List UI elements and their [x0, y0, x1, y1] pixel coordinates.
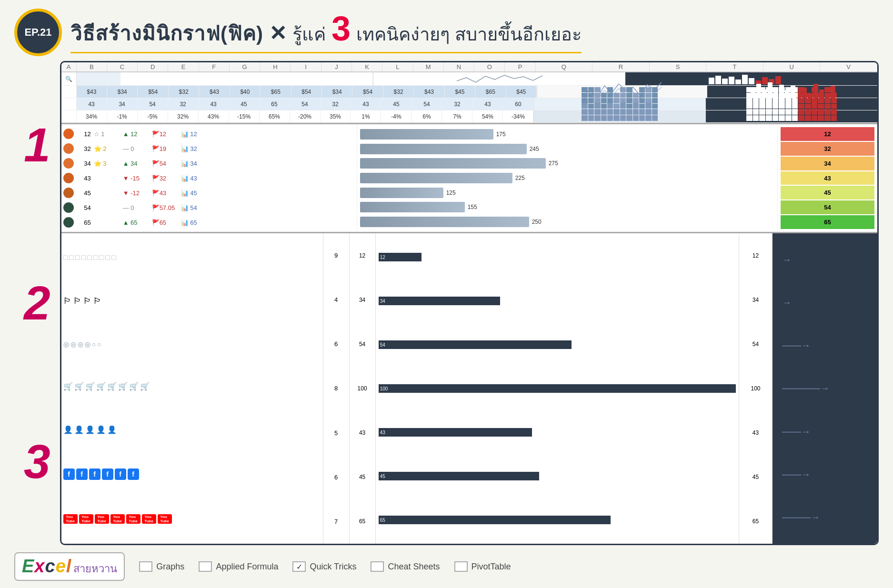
- col-d: D: [138, 62, 168, 71]
- star-3: ⭐ 3: [94, 160, 120, 167]
- s3-icons: □ □ □ □ □ □ □ □ □ 🏳 🏳 🏳: [61, 233, 323, 544]
- svg-rect-3: [729, 77, 734, 84]
- db-row-5: 43: [379, 428, 736, 437]
- cart-6: 🛒: [118, 382, 128, 391]
- s3-row-yt: YouTube YouTube YouTube YouTube YouTube …: [63, 514, 321, 524]
- cs-3: 34: [781, 157, 874, 170]
- fb-3: f: [89, 468, 100, 480]
- db-row-4: 100: [379, 384, 736, 393]
- col-f: F: [199, 62, 230, 71]
- s3-row-carts: 🛒 🛒 🛒 🛒 🛒 🛒 🛒 🛒: [63, 382, 321, 391]
- cnt-1: 9: [334, 252, 338, 259]
- legend-graphs: Graphs: [139, 561, 184, 572]
- s2-row-1: 12 ☆ 1 ▲ 12 🚩12 📊 12: [63, 127, 355, 140]
- header-icon: ✕: [269, 21, 287, 45]
- rv-7: 65: [753, 518, 759, 525]
- col-i: I: [291, 62, 321, 71]
- s3-row-circles: ◎ ◎ ◎ ◎ ○ ○: [63, 340, 321, 348]
- yt-4: YouTube: [110, 514, 125, 524]
- val-5: 45: [77, 189, 91, 197]
- bl-6: 45: [359, 474, 365, 480]
- sq-3: □: [75, 253, 80, 262]
- rv-5: 43: [753, 429, 759, 436]
- excel-x: x: [34, 556, 44, 577]
- db-5: 43: [379, 428, 532, 437]
- col-v: V: [820, 62, 877, 71]
- circle-icon-4: [63, 173, 74, 183]
- arrow-5: ▼ -12: [123, 189, 149, 197]
- section1: 🔍: [61, 72, 877, 124]
- legend-cheatsheets: Cheat Sheets: [371, 561, 440, 572]
- val-1: 12: [77, 130, 91, 138]
- main-area: 1 2 3 A B C D E F G H I J K L M N O: [0, 61, 893, 545]
- rv-2: 34: [753, 297, 759, 303]
- col-s: S: [650, 62, 707, 71]
- s1-pct-row: 34% -1% -5% 32% 43% -15% 65% -20% 35% 1%…: [61, 110, 877, 123]
- header-subtitle-rest: เทคนิคง่ายๆ สบายขึ้นอีกเยอะ: [356, 20, 582, 49]
- col-h: H: [260, 62, 291, 71]
- ap-row-4: ————→: [782, 383, 830, 394]
- circle-icon-2: [63, 143, 74, 154]
- sq-6: □: [93, 253, 98, 262]
- excel-sub: สายหวาน: [73, 560, 117, 577]
- sq-1: □: [63, 253, 68, 262]
- bl-1: 12: [359, 252, 365, 259]
- svg-rect-5: [742, 75, 748, 84]
- ci-2: ◎: [70, 340, 76, 348]
- legend-box-quicktricks: ✓: [292, 561, 306, 572]
- db-row-1: 12: [379, 252, 736, 262]
- s2-colorscale: 12 32 34 43 45 54 65: [777, 124, 877, 232]
- val-3: 34: [77, 160, 91, 167]
- cs-5: 45: [781, 186, 874, 199]
- s2-row-4: 43 ▼ -15 🚩32 📊 43: [63, 171, 355, 185]
- cnt-3: 6: [334, 340, 338, 348]
- hbar-label-7: 250: [532, 219, 542, 225]
- db-row-2: 34: [379, 296, 736, 306]
- rv-1: 12: [753, 252, 759, 259]
- hbar-2: [360, 144, 527, 154]
- sq-4: □: [81, 253, 86, 262]
- hbar-label-4: 225: [515, 175, 525, 181]
- svg-rect-0: [709, 78, 714, 84]
- hbar-label-2: 245: [530, 146, 539, 152]
- bl-7: 65: [359, 518, 365, 525]
- cart-7: 🛒: [129, 382, 139, 391]
- val-2: 32: [77, 145, 91, 152]
- col-b: B: [77, 62, 107, 71]
- bar-6: 📊 54: [181, 204, 205, 211]
- footer: E x c e l สายหวาน Graphs Applied Formula…: [0, 545, 893, 588]
- cnt-5: 5: [334, 429, 338, 437]
- ap-row-1: →: [782, 254, 792, 265]
- legend-box-graphs: [139, 561, 152, 572]
- s1-pixel2: [533, 110, 706, 122]
- fl-1: 🏳: [63, 296, 72, 306]
- cs-4: 43: [781, 171, 874, 185]
- val-6: 54: [77, 204, 91, 211]
- s1-icon-spacer2: [120, 72, 373, 85]
- ppl-2: 👤: [74, 425, 84, 434]
- flag-2: 🚩19: [152, 145, 178, 152]
- arrow-right-1: →: [782, 254, 792, 265]
- star-1: ☆ 1: [94, 130, 120, 138]
- col-o: O: [474, 62, 505, 71]
- bar-1: 📊 12: [181, 130, 205, 138]
- ci-3: ◎: [78, 340, 83, 348]
- cs-1: 12: [781, 127, 874, 141]
- s3-row-squares: □ □ □ □ □ □ □ □ □: [63, 253, 321, 262]
- hbar-row-7: 250: [360, 217, 774, 227]
- excel-c: c: [45, 556, 55, 577]
- ap-row-2: →: [782, 297, 792, 308]
- excel-logo: E x c e l สายหวาน: [14, 552, 125, 581]
- cnt-6: 6: [334, 474, 338, 481]
- header-number: 3: [331, 11, 351, 46]
- ppl-4: 👤: [96, 425, 106, 434]
- fl-4: 🏳: [93, 296, 102, 306]
- col-r: R: [592, 62, 650, 71]
- col-l: L: [382, 62, 413, 71]
- col-p: P: [505, 62, 535, 71]
- legend-label-applied: Applied Formula: [216, 562, 278, 572]
- svg-rect-2: [722, 79, 728, 84]
- bar-7: 📊 65: [181, 219, 205, 226]
- bar-4: 📊 43: [181, 175, 205, 182]
- ap-row-3: ——→: [782, 340, 811, 351]
